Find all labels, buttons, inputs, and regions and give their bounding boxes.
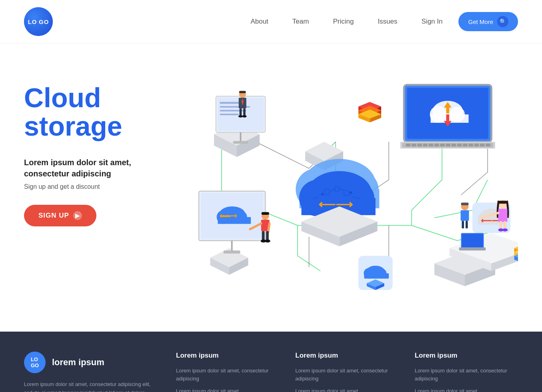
svg-rect-54 xyxy=(434,144,439,146)
hero-subtitle: Lorem ipsum dolor sit amet, consectetur … xyxy=(24,157,176,179)
footer-description: Lorem ipsum dolor sit amet, consectetur … xyxy=(24,380,160,392)
svg-rect-63 xyxy=(486,144,490,146)
svg-rect-24 xyxy=(240,108,242,116)
footer-col-1: Lorem ipsum Lorem ipsum dolor sit amet, … xyxy=(176,352,279,392)
footer-brand-name: lorem ipsum xyxy=(52,357,104,368)
svg-rect-19 xyxy=(233,141,248,144)
footer-brand: LOGO lorem ipsum Lorem ipsum dolor sit a… xyxy=(24,352,160,392)
footer-col3-text2: Lorem ipsum dolor sit amet xyxy=(415,387,518,392)
svg-rect-16 xyxy=(220,110,246,112)
svg-point-144 xyxy=(502,228,508,232)
svg-point-106 xyxy=(350,192,352,194)
search-icon: 🔍 xyxy=(497,16,508,27)
svg-rect-17 xyxy=(220,114,239,115)
hero-illustration: ⟵ ⟶ xyxy=(176,60,518,308)
svg-rect-137 xyxy=(466,221,468,228)
svg-rect-21 xyxy=(239,91,246,93)
svg-rect-56 xyxy=(446,144,450,146)
get-more-label: Get More xyxy=(468,18,493,25)
nav-pricing[interactable]: Pricing xyxy=(333,18,354,26)
svg-rect-141 xyxy=(499,221,502,230)
svg-rect-25 xyxy=(243,108,246,116)
hero-title: Cloud storage xyxy=(24,84,176,141)
svg-rect-135 xyxy=(461,210,469,221)
signup-button[interactable]: SIGN UP ▶ xyxy=(24,205,96,226)
svg-rect-52 xyxy=(423,144,428,146)
footer-col-3: Lorem ipsum Lorem ipsum dolor sit amet, … xyxy=(415,352,518,392)
svg-rect-77 xyxy=(262,212,269,215)
svg-rect-75 xyxy=(224,250,240,254)
footer-col1-text1: Lorem ipsum dolor sit amet, consectetur … xyxy=(176,367,279,382)
svg-rect-140 xyxy=(498,209,508,222)
svg-rect-55 xyxy=(440,144,444,146)
svg-point-84 xyxy=(265,240,270,243)
svg-point-27 xyxy=(242,115,246,118)
hero-small-text: Sign up and get a discount xyxy=(24,183,176,190)
svg-rect-61 xyxy=(474,144,479,146)
footer-col-2: Lorem ipsum Lorem ipsum dolor sit amet, … xyxy=(295,352,398,392)
svg-rect-82 xyxy=(266,231,269,241)
footer-col3-heading: Lorem ipsum xyxy=(415,352,518,360)
nav-signin[interactable]: Sign In xyxy=(422,18,443,26)
hero-content: Cloud storage Lorem ipsum dolor sit amet… xyxy=(24,60,176,226)
svg-rect-49 xyxy=(406,144,410,146)
arrow-icon: ▶ xyxy=(73,211,82,220)
footer-col3-text1: Lorem ipsum dolor sit amet, consectetur … xyxy=(415,367,518,382)
svg-rect-134 xyxy=(461,203,469,206)
svg-rect-46 xyxy=(446,114,449,121)
svg-rect-117 xyxy=(364,273,389,278)
footer-col2-text2: Lorem ipsum dolor sit amet xyxy=(295,387,398,392)
footer-logo-area: LOGO lorem ipsum xyxy=(24,352,160,373)
svg-rect-57 xyxy=(452,144,456,146)
svg-rect-132 xyxy=(459,248,486,251)
svg-rect-58 xyxy=(457,144,462,146)
hero-section: Cloud storage Lorem ipsum dolor sit amet… xyxy=(0,44,542,332)
svg-rect-51 xyxy=(417,144,422,146)
illustration-svg: ⟵ ⟶ xyxy=(176,60,518,308)
svg-rect-142 xyxy=(504,221,506,230)
svg-line-80 xyxy=(268,224,270,232)
footer-col2-heading: Lorem ipsum xyxy=(295,352,398,360)
svg-rect-18 xyxy=(240,132,242,142)
footer-col1-heading: Lorem ipsum xyxy=(176,352,279,360)
svg-rect-44 xyxy=(446,106,449,113)
signup-label: SIGN UP xyxy=(38,212,69,220)
main-nav: About Team Pricing Issues Sign In xyxy=(250,18,442,26)
footer-logo-icon: LOGO xyxy=(24,352,46,373)
nav-about[interactable]: About xyxy=(250,18,268,26)
svg-rect-60 xyxy=(469,144,473,146)
svg-rect-136 xyxy=(462,221,464,228)
svg-rect-74 xyxy=(231,241,233,252)
svg-rect-50 xyxy=(412,144,416,146)
svg-rect-81 xyxy=(262,231,265,241)
svg-rect-53 xyxy=(429,144,433,146)
svg-point-105 xyxy=(321,193,324,196)
svg-rect-131 xyxy=(462,234,483,247)
get-more-button[interactable]: Get More 🔍 xyxy=(458,12,518,31)
site-logo[interactable]: LOGO xyxy=(24,7,53,36)
svg-text:⟶: ⟶ xyxy=(227,212,237,220)
nav-issues[interactable]: Issues xyxy=(378,18,397,26)
nav-team[interactable]: Team xyxy=(292,18,309,26)
footer: LOGO lorem ipsum Lorem ipsum dolor sit a… xyxy=(0,332,542,392)
footer-col1-text2: Lorem ipsum dolor sit amet xyxy=(176,387,279,392)
footer-col2-text1: Lorem ipsum dolor sit amet, consectetur … xyxy=(295,367,398,382)
svg-rect-139 xyxy=(499,201,507,204)
svg-rect-59 xyxy=(463,144,467,146)
svg-rect-62 xyxy=(480,144,484,146)
